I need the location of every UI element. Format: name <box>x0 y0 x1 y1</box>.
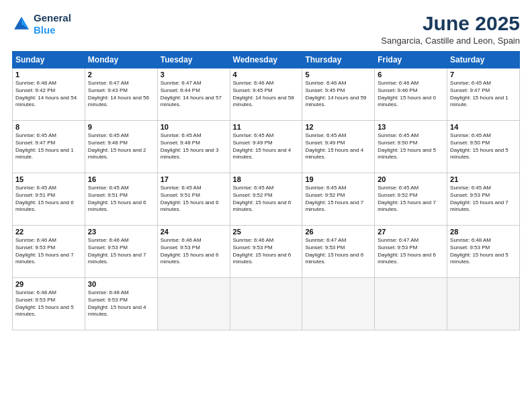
week-row-3: 15 Sunrise: 6:45 AMSunset: 9:51 PMDaylig… <box>13 173 520 226</box>
cell-info: Sunrise: 6:47 AMSunset: 9:43 PMDaylight:… <box>88 80 154 109</box>
cell-info: Sunrise: 6:46 AMSunset: 9:53 PMDaylight:… <box>233 237 300 266</box>
cell-1-5: 13 Sunrise: 6:45 AMSunset: 9:50 PMDaylig… <box>375 121 447 173</box>
cell-info: Sunrise: 6:47 AMSunset: 9:53 PMDaylight:… <box>305 237 371 266</box>
cell-2-6: 21 Sunrise: 6:45 AMSunset: 9:53 PMDaylig… <box>447 173 520 226</box>
col-monday: Monday <box>85 52 157 68</box>
cell-info: Sunrise: 6:45 AMSunset: 9:48 PMDaylight:… <box>88 132 154 161</box>
cell-2-2: 17 Sunrise: 6:45 AMSunset: 9:51 PMDaylig… <box>157 173 230 226</box>
day-number: 29 <box>15 280 82 288</box>
cell-info: Sunrise: 6:46 AMSunset: 9:53 PMDaylight:… <box>15 237 82 266</box>
logo: General Blue <box>12 12 71 36</box>
cell-info: Sunrise: 6:48 AMSunset: 9:53 PMDaylight:… <box>15 289 82 318</box>
logo-blue: Blue <box>34 24 56 36</box>
logo-icon <box>12 15 31 34</box>
day-number: 12 <box>305 123 371 131</box>
day-number: 21 <box>450 175 517 183</box>
header-row: Sunday Monday Tuesday Wednesday Thursday… <box>13 52 520 68</box>
col-friday: Friday <box>375 52 447 68</box>
col-saturday: Saturday <box>447 52 520 68</box>
cell-info: Sunrise: 6:46 AMSunset: 9:53 PMDaylight:… <box>88 237 154 266</box>
day-number: 23 <box>88 228 154 236</box>
day-number: 13 <box>378 123 444 131</box>
cell-4-2 <box>157 278 230 330</box>
cell-info: Sunrise: 6:48 AMSunset: 9:53 PMDaylight:… <box>450 237 517 266</box>
cell-info: Sunrise: 6:45 AMSunset: 9:52 PMDaylight:… <box>378 185 444 214</box>
cell-1-2: 10 Sunrise: 6:45 AMSunset: 9:48 PMDaylig… <box>157 121 230 173</box>
day-number: 1 <box>15 71 82 79</box>
day-number: 4 <box>233 71 300 79</box>
day-number: 8 <box>15 123 82 131</box>
cell-3-6: 28 Sunrise: 6:48 AMSunset: 9:53 PMDaylig… <box>447 226 520 278</box>
day-number: 3 <box>161 71 227 79</box>
day-number: 10 <box>161 123 227 131</box>
title-area: June 2025 Sangarcia, Castille and Leon, … <box>381 12 520 46</box>
cell-info: Sunrise: 6:45 AMSunset: 9:47 PMDaylight:… <box>15 132 82 161</box>
logo-general: General <box>34 12 71 24</box>
day-number: 15 <box>15 175 82 183</box>
calendar-table: Sunday Monday Tuesday Wednesday Thursday… <box>12 51 520 330</box>
month-title: June 2025 <box>381 12 520 34</box>
cell-4-4 <box>302 278 375 330</box>
cell-4-3 <box>230 278 302 330</box>
day-number: 9 <box>88 123 154 131</box>
cell-2-5: 20 Sunrise: 6:45 AMSunset: 9:52 PMDaylig… <box>375 173 447 226</box>
cell-info: Sunrise: 6:45 AMSunset: 9:49 PMDaylight:… <box>305 132 371 161</box>
cell-1-6: 14 Sunrise: 6:45 AMSunset: 9:50 PMDaylig… <box>447 121 520 173</box>
cell-info: Sunrise: 6:46 AMSunset: 9:45 PMDaylight:… <box>233 80 300 109</box>
cell-info: Sunrise: 6:45 AMSunset: 9:49 PMDaylight:… <box>233 132 300 161</box>
cell-2-4: 19 Sunrise: 6:45 AMSunset: 9:52 PMDaylig… <box>302 173 375 226</box>
cell-info: Sunrise: 6:46 AMSunset: 9:45 PMDaylight:… <box>305 80 371 109</box>
cell-1-1: 9 Sunrise: 6:45 AMSunset: 9:48 PMDayligh… <box>85 121 157 173</box>
cell-4-5 <box>375 278 447 330</box>
cell-0-5: 6 Sunrise: 6:46 AMSunset: 9:46 PMDayligh… <box>375 68 447 121</box>
col-thursday: Thursday <box>302 52 375 68</box>
col-wednesday: Wednesday <box>230 52 302 68</box>
day-number: 28 <box>450 228 517 236</box>
day-number: 30 <box>88 280 154 288</box>
cell-0-6: 7 Sunrise: 6:45 AMSunset: 9:47 PMDayligh… <box>447 68 520 121</box>
day-number: 5 <box>305 71 371 79</box>
day-number: 16 <box>88 175 154 183</box>
col-tuesday: Tuesday <box>157 52 230 68</box>
week-row-1: 1 Sunrise: 6:48 AMSunset: 9:42 PMDayligh… <box>13 68 520 121</box>
cell-info: Sunrise: 6:45 AMSunset: 9:52 PMDaylight:… <box>233 185 300 214</box>
cell-0-4: 5 Sunrise: 6:46 AMSunset: 9:45 PMDayligh… <box>302 68 375 121</box>
day-number: 27 <box>378 228 444 236</box>
cell-3-1: 23 Sunrise: 6:46 AMSunset: 9:53 PMDaylig… <box>85 226 157 278</box>
day-number: 22 <box>15 228 82 236</box>
cell-info: Sunrise: 6:45 AMSunset: 9:52 PMDaylight:… <box>305 185 371 214</box>
day-number: 6 <box>378 71 444 79</box>
subtitle: Sangarcia, Castille and Leon, Spain <box>381 36 520 46</box>
cell-info: Sunrise: 6:45 AMSunset: 9:53 PMDaylight:… <box>450 185 517 214</box>
day-number: 18 <box>233 175 300 183</box>
day-number: 19 <box>305 175 371 183</box>
day-number: 20 <box>378 175 444 183</box>
week-row-4: 22 Sunrise: 6:46 AMSunset: 9:53 PMDaylig… <box>13 226 520 278</box>
cell-3-5: 27 Sunrise: 6:47 AMSunset: 9:53 PMDaylig… <box>375 226 447 278</box>
cell-4-6 <box>447 278 520 330</box>
cell-2-0: 15 Sunrise: 6:45 AMSunset: 9:51 PMDaylig… <box>13 173 85 226</box>
week-row-5: 29 Sunrise: 6:48 AMSunset: 9:53 PMDaylig… <box>13 278 520 330</box>
logo-text: General Blue <box>34 12 71 36</box>
day-number: 17 <box>161 175 227 183</box>
day-number: 14 <box>450 123 517 131</box>
col-sunday: Sunday <box>13 52 85 68</box>
cell-3-2: 24 Sunrise: 6:46 AMSunset: 9:53 PMDaylig… <box>157 226 230 278</box>
cell-0-0: 1 Sunrise: 6:48 AMSunset: 9:42 PMDayligh… <box>13 68 85 121</box>
cell-2-1: 16 Sunrise: 6:45 AMSunset: 9:51 PMDaylig… <box>85 173 157 226</box>
cell-info: Sunrise: 6:45 AMSunset: 9:51 PMDaylight:… <box>88 185 154 214</box>
cell-info: Sunrise: 6:45 AMSunset: 9:48 PMDaylight:… <box>161 132 227 161</box>
day-number: 11 <box>233 123 300 131</box>
day-number: 25 <box>233 228 300 236</box>
header: General Blue June 2025 Sangarcia, Castil… <box>12 12 520 46</box>
cell-info: Sunrise: 6:45 AMSunset: 9:50 PMDaylight:… <box>450 132 517 161</box>
day-number: 7 <box>450 71 517 79</box>
cell-0-2: 3 Sunrise: 6:47 AMSunset: 9:44 PMDayligh… <box>157 68 230 121</box>
cell-2-3: 18 Sunrise: 6:45 AMSunset: 9:52 PMDaylig… <box>230 173 302 226</box>
cell-0-3: 4 Sunrise: 6:46 AMSunset: 9:45 PMDayligh… <box>230 68 302 121</box>
cell-info: Sunrise: 6:46 AMSunset: 9:53 PMDaylight:… <box>161 237 227 266</box>
day-number: 24 <box>161 228 227 236</box>
cell-1-3: 11 Sunrise: 6:45 AMSunset: 9:49 PMDaylig… <box>230 121 302 173</box>
week-row-2: 8 Sunrise: 6:45 AMSunset: 9:47 PMDayligh… <box>13 121 520 173</box>
cell-3-4: 26 Sunrise: 6:47 AMSunset: 9:53 PMDaylig… <box>302 226 375 278</box>
